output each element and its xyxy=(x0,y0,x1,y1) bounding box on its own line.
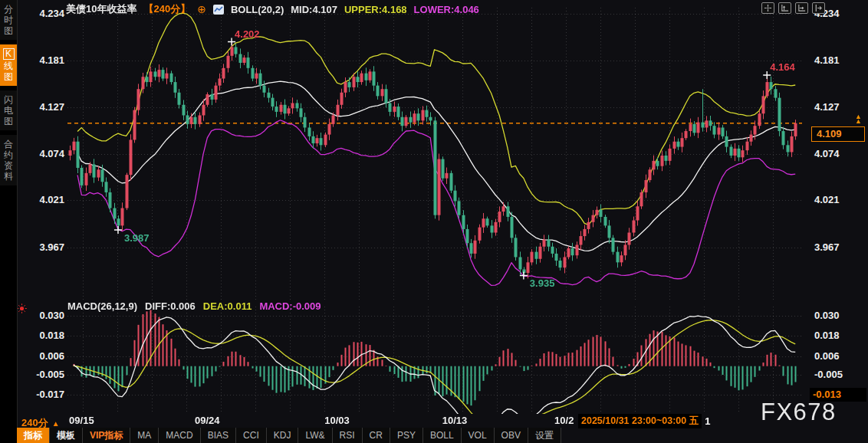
boll-upper-value: UPPER:4.168 xyxy=(344,4,407,15)
axis-label: 0.030 xyxy=(814,310,866,322)
axis-label: 3.967 xyxy=(15,241,64,254)
scale-y-axis-icon[interactable] xyxy=(778,2,791,14)
toolbar-button-VOL[interactable]: VOL xyxy=(462,428,495,443)
axis-label: 0.006 xyxy=(814,350,866,363)
axis-label: 0.018 xyxy=(814,330,866,342)
toolbar-button-OBV[interactable]: OBV xyxy=(495,428,528,443)
axis-label: -0.005 xyxy=(15,369,64,381)
indicator-toolbar: 指标模板VIP指标MAMACDBIASCCIKDJLW&RSICRPSYBOLL… xyxy=(17,428,561,443)
axis-label: 0.018 xyxy=(15,330,64,342)
axis-label: 4.181 xyxy=(814,54,866,67)
extreme-price-label: 4.202 xyxy=(235,29,260,40)
toolbar-button-MA[interactable]: MA xyxy=(130,428,159,443)
pan-right-icon[interactable] xyxy=(812,2,825,14)
toolbar-button-设置[interactable]: 设置 xyxy=(528,428,561,443)
toolbar-button-VIP指标[interactable]: VIP指标 xyxy=(83,428,130,443)
price-up-arrows-icon: ▲▲ xyxy=(855,114,862,123)
axis-label: 4.021 xyxy=(15,194,64,206)
sidebar-tab-3[interactable]: 闪电图 xyxy=(0,90,17,130)
macd-dea-value: DEA:0.011 xyxy=(203,300,252,312)
time-axis: 240分▲ 09/1509/2410/0310/1310/2 2025/10/3… xyxy=(0,414,868,428)
axis-label: 0.006 xyxy=(15,350,64,363)
toolbar-button-BIAS[interactable]: BIAS xyxy=(201,428,236,443)
boll-label: BOLL(20,2) xyxy=(231,4,284,15)
macd-name: MACD(26,12,9) xyxy=(67,300,137,312)
toolbar-button-LW&[interactable]: LW& xyxy=(298,428,332,443)
axis-label: 4.021 xyxy=(814,194,866,206)
axis-label: 4.074 xyxy=(814,148,866,160)
toolbar-button-PSY[interactable]: PSY xyxy=(390,428,423,443)
current-bar-range: 2025/10/31 23:00~03:00 五 xyxy=(578,414,702,428)
toolbar-button-KDJ[interactable]: KDJ xyxy=(267,428,299,443)
date-tick: 09/24 xyxy=(186,415,229,426)
toolbar-button-CR[interactable]: CR xyxy=(363,428,390,443)
boll-mid-value: MID:4.107 xyxy=(291,4,337,15)
axis-label: -0.017 xyxy=(15,389,64,401)
macd-diff-value: DIFF:0.006 xyxy=(145,300,196,312)
chart-toolbar-icons xyxy=(761,2,825,14)
date-tick: 10/13 xyxy=(433,415,476,426)
date-tick: 09/15 xyxy=(60,415,103,426)
current-macd-box: -0.013 xyxy=(810,388,866,402)
axis-label: 4.127 xyxy=(15,101,64,113)
instrument-title: 美债10年收益率 xyxy=(66,2,136,16)
add-indicator-icon[interactable]: ⊕ xyxy=(197,3,206,15)
boll-lower-value: LOWER:4.046 xyxy=(414,4,479,15)
alert-icon[interactable] xyxy=(16,303,28,314)
extreme-price-label: 3.987 xyxy=(124,233,150,244)
app-window: 分时图K线图闪电图合约资料 美债10年收益率 【240分】 ⊕ BOLL(20,… xyxy=(0,0,868,443)
sidebar-tab-1[interactable]: 分时图 xyxy=(0,0,17,40)
toolbar-button-MACD[interactable]: MACD xyxy=(159,428,200,443)
current-bar-suffix: 1 xyxy=(705,415,710,427)
macd-header: MACD(26,12,9) DIFF:0.006 DEA:0.011 MACD:… xyxy=(67,300,321,312)
crosshair-icon[interactable] xyxy=(761,2,774,14)
date-tick: 10/03 xyxy=(316,415,359,426)
current-price-box: 4.109 xyxy=(811,126,865,142)
chart-header: 美债10年收益率 【240分】 ⊕ BOLL(20,2) MID:4.107 U… xyxy=(66,2,479,16)
macd-value: MACD:-0.009 xyxy=(259,300,321,312)
scale-x-axis-icon[interactable] xyxy=(795,2,808,14)
toolbar-button-RSI[interactable]: RSI xyxy=(333,428,363,443)
axis-label: 4.181 xyxy=(15,54,64,67)
current-bar-info: 2025/10/31 23:00~03:00 五 1 xyxy=(578,414,710,428)
sidebar: 分时图K线图闪电图合约资料 xyxy=(0,0,18,443)
extreme-price-label: 4.164 xyxy=(770,62,795,73)
period-badge: 【240分】 xyxy=(143,2,190,16)
sidebar-tab-2[interactable]: K线图 xyxy=(0,44,17,86)
sidebar-tab-4[interactable]: 合约资料 xyxy=(0,135,17,185)
macd-chart-canvas[interactable] xyxy=(67,307,802,414)
axis-label: -0.005 xyxy=(814,369,866,381)
toolbar-button-指标[interactable]: 指标 xyxy=(17,428,50,443)
price-chart-canvas[interactable] xyxy=(67,8,802,300)
toolbar-button-BOLL[interactable]: BOLL xyxy=(423,428,462,443)
chevron-up-icon: ▲ xyxy=(52,419,60,428)
toolbar-button-CCI[interactable]: CCI xyxy=(236,428,267,443)
axis-label: 3.967 xyxy=(814,241,866,254)
extreme-price-label: 3.935 xyxy=(530,278,555,289)
axis-label: 4.127 xyxy=(814,101,866,113)
toolbar-button-模板[interactable]: 模板 xyxy=(50,428,83,443)
candlestick-chart-icon[interactable] xyxy=(213,5,224,15)
axis-label: 4.234 xyxy=(15,8,64,20)
axis-label: 4.074 xyxy=(15,148,64,160)
